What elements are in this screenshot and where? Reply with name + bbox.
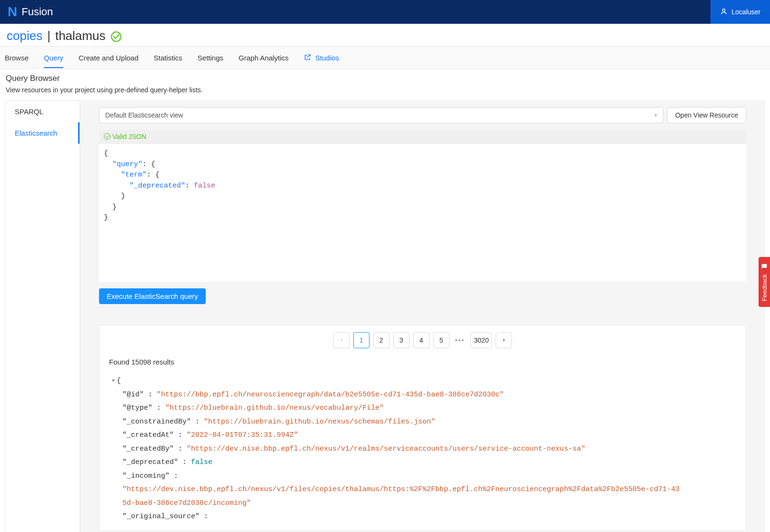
query-type-sidebar: SPARQL Elasticsearch [5, 100, 80, 532]
username: Localuser [731, 8, 760, 16]
disclosure-triangle-icon[interactable]: ▼ [112, 376, 115, 385]
tab-studios[interactable]: Studios [304, 48, 339, 68]
pagination-page-5[interactable]: 5 [433, 332, 450, 348]
tab-statistics[interactable]: Statistics [154, 48, 182, 68]
editor-status-label: Valid JSON [112, 133, 146, 140]
pagination-ellipsis[interactable]: ••• [453, 336, 467, 344]
app-name: Fusion [21, 6, 53, 18]
pagination: 1 2 3 4 5 ••• 3020 [106, 332, 739, 348]
breadcrumb: copies | thalamus [0, 24, 770, 46]
page-subtitle: View resources in your project using pre… [5, 86, 765, 94]
main-pane: Default Elasticsearch view ▾ Open View R… [80, 100, 765, 532]
tab-query[interactable]: Query [44, 48, 63, 68]
tab-graph-analytics[interactable]: Graph Analytics [239, 48, 289, 68]
editor-status: Valid JSON [99, 130, 746, 144]
feedback-label: Feedback [761, 274, 768, 301]
status-ok-icon [111, 31, 121, 42]
tab-create-upload[interactable]: Create and Upload [79, 48, 139, 68]
pagination-prev[interactable] [333, 332, 350, 348]
sidebar-item-elasticsearch[interactable]: Elasticsearch [5, 122, 80, 144]
breadcrumb-project: thalamus [55, 29, 106, 43]
pagination-page-1[interactable]: 1 [353, 332, 370, 348]
tab-settings[interactable]: Settings [198, 48, 223, 68]
svg-point-0 [723, 9, 725, 11]
pagination-page-4[interactable]: 4 [413, 332, 430, 348]
pagination-page-3[interactable]: 3 [393, 332, 410, 348]
result-json: ▼{ "@id" : "https://bbp.epfl.ch/neurosci… [106, 374, 739, 524]
pagination-last[interactable]: 3020 [470, 332, 492, 348]
user-icon [720, 8, 728, 17]
user-menu[interactable]: Localuser [710, 0, 770, 24]
results-count: Found 15098 results [109, 358, 739, 366]
query-editor: Valid JSON { "query": { "term": { "_depr… [99, 130, 746, 282]
tab-nav: Browse Query Create and Upload Statistic… [0, 46, 770, 69]
results-panel: 1 2 3 4 5 ••• 3020 Found 15098 results ▼… [99, 325, 746, 531]
chat-icon [760, 263, 768, 270]
execute-query-button[interactable]: Execute ElasticSearch query [99, 288, 206, 304]
external-link-icon [304, 53, 311, 62]
pagination-next[interactable] [496, 332, 512, 348]
app-header: N Fusion Localuser [0, 0, 770, 24]
query-textarea[interactable]: { "query": { "term": { "_deprecated": fa… [99, 144, 746, 282]
view-select[interactable]: Default Elasticsearch view ▾ [99, 107, 663, 123]
tab-studios-label: Studios [315, 54, 339, 62]
feedback-tab[interactable]: Feedback [759, 257, 770, 307]
pagination-page-2[interactable]: 2 [373, 332, 390, 348]
chevron-down-icon: ▾ [654, 112, 657, 118]
open-view-resource-button[interactable]: Open View Resource [667, 107, 746, 123]
tab-browse[interactable]: Browse [5, 48, 29, 68]
logo-icon: N [8, 4, 17, 20]
breadcrumb-org[interactable]: copies [7, 29, 42, 43]
sidebar-item-sparql[interactable]: SPARQL [5, 101, 80, 122]
view-select-label: Default Elasticsearch view [105, 111, 183, 119]
breadcrumb-separator: | [47, 29, 50, 43]
page-title: Query Browser [5, 74, 765, 83]
check-icon [104, 133, 110, 140]
